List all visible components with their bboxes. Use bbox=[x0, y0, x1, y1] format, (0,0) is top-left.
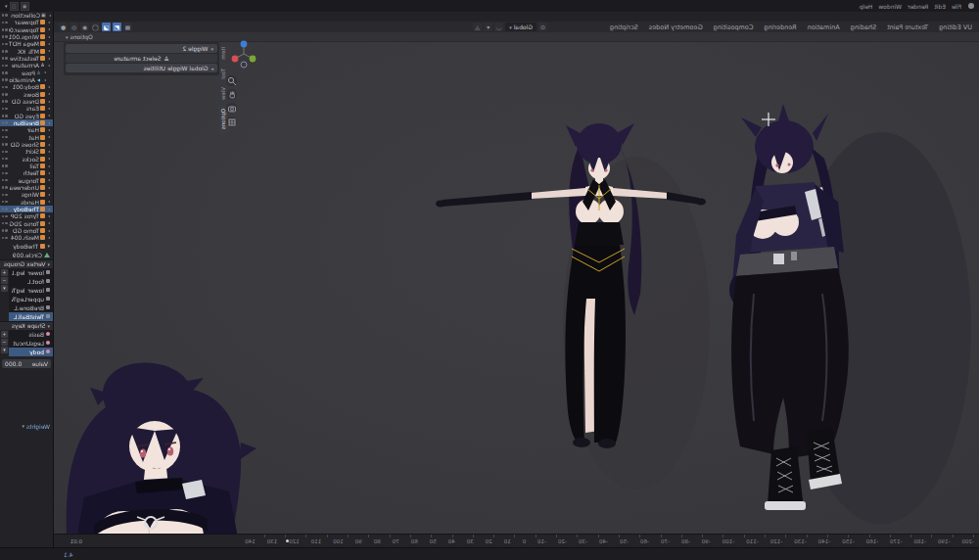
expander-icon[interactable]: ▸ bbox=[46, 236, 50, 240]
zoom-icon[interactable] bbox=[226, 75, 237, 86]
expander-icon[interactable]: ▸ bbox=[46, 114, 50, 117]
expander-icon[interactable]: ▸ bbox=[46, 164, 50, 168]
expander-icon[interactable]: ▸ bbox=[46, 150, 50, 154]
visibility-icons[interactable] bbox=[2, 65, 8, 68]
outliner-row[interactable]: ▸ Teeth bbox=[0, 169, 53, 176]
menu-item[interactable]: Window bbox=[875, 3, 905, 10]
outliner-row[interactable]: ▸ Tail bbox=[0, 163, 53, 169]
axis-x-handle[interactable] bbox=[232, 56, 239, 63]
visibility-icons[interactable] bbox=[2, 136, 8, 139]
menu-item[interactable]: Help bbox=[857, 3, 876, 10]
viewport-toggle-button[interactable]: ◎ bbox=[70, 23, 78, 31]
expander-icon[interactable]: ▸ bbox=[46, 128, 50, 132]
shape-key-value-slider[interactable]: Value 0.000 bbox=[2, 359, 51, 368]
visibility-icons[interactable] bbox=[2, 14, 8, 17]
vertex-group-item[interactable]: foot.L bbox=[9, 277, 53, 286]
outliner-row[interactable]: ▸ TheBody bbox=[0, 206, 53, 212]
menu-item[interactable]: Edit bbox=[931, 3, 949, 10]
outliner-row[interactable]: ▸ Armature bbox=[0, 62, 53, 69]
visibility-icons[interactable] bbox=[2, 71, 8, 74]
character-bust-clos eup[interactable] bbox=[67, 362, 256, 534]
visibility-icons[interactable] bbox=[2, 121, 8, 124]
visibility-icons[interactable] bbox=[2, 78, 8, 81]
expander-icon[interactable]: ▸ bbox=[42, 70, 46, 74]
shape-key-item[interactable]: LegsUncut bbox=[9, 339, 53, 348]
visibility-icons[interactable] bbox=[2, 186, 8, 189]
axis-y-handle[interactable] bbox=[250, 56, 256, 63]
visibility-icons[interactable] bbox=[2, 22, 8, 24]
expander-icon[interactable]: ▸ bbox=[46, 157, 50, 161]
outliner-row[interactable]: ▸ Wings.001 bbox=[0, 33, 53, 40]
outliner-row[interactable]: ▸ Mega HDT bbox=[0, 40, 53, 47]
expander-icon[interactable]: ▸ bbox=[46, 200, 50, 204]
visibility-icons[interactable] bbox=[2, 100, 8, 103]
outliner-row[interactable]: ▸ Shoes GD bbox=[0, 141, 53, 148]
vertex-group-item[interactable]: lower_legTwist bbox=[9, 286, 53, 295]
header-icon-button[interactable]: ◬ bbox=[473, 23, 482, 31]
viewport-toggle-button[interactable]: ◉ bbox=[80, 23, 89, 31]
remove-button[interactable]: − bbox=[1, 339, 8, 346]
outliner-row[interactable]: ▸ Hair bbox=[0, 126, 53, 133]
visibility-icons[interactable] bbox=[2, 172, 8, 175]
vertex-groups-header[interactable]: ▾ Vertex Groups bbox=[0, 259, 53, 268]
outliner-row[interactable]: ▸ Body.001 bbox=[0, 83, 53, 90]
menu-item[interactable]: Render bbox=[905, 3, 931, 10]
visibility-icons[interactable] bbox=[2, 129, 8, 132]
expander-icon[interactable]: ▸ bbox=[46, 85, 50, 89]
transform-orientation-dropdown[interactable]: Global ▾ bbox=[505, 23, 536, 31]
add-button[interactable]: + bbox=[1, 331, 8, 338]
axis-gizmo[interactable] bbox=[230, 38, 257, 71]
workspace-tab[interactable]: Scripting bbox=[608, 23, 640, 32]
expander-icon[interactable]: ▸ bbox=[46, 135, 50, 139]
vertex-group-item[interactable]: TwistBall.L bbox=[9, 312, 53, 321]
expander-icon[interactable]: ▸ bbox=[46, 27, 50, 31]
outliner-row[interactable]: ▸ Wings bbox=[0, 191, 53, 198]
outliner-row[interactable]: ▸ MTs_KK bbox=[0, 48, 53, 55]
expander-icon[interactable]: ▸ bbox=[46, 57, 50, 61]
visibility-icons[interactable] bbox=[2, 222, 8, 225]
expander-icon[interactable]: ▸ bbox=[46, 178, 50, 182]
expander-icon[interactable]: ▸ bbox=[46, 42, 50, 46]
viewport-toggle-button[interactable]: ◩ bbox=[113, 23, 121, 31]
shape-key-item[interactable]: Basis bbox=[9, 330, 53, 339]
options-dropdown[interactable]: Options ▾ bbox=[66, 33, 93, 40]
outliner-row[interactable]: ▸ Underwear bbox=[0, 184, 53, 191]
visibility-icons[interactable] bbox=[2, 93, 8, 96]
visibility-icons[interactable] bbox=[2, 115, 8, 117]
shape-key-item[interactable]: body bbox=[9, 348, 53, 356]
viewport-3d[interactable]: Options ▾ ItemToolViewOptions ▾ Wiggle 2… bbox=[54, 32, 979, 534]
visibility-icons[interactable] bbox=[2, 164, 8, 167]
shape-keys-header[interactable]: ▾ Shape Keys bbox=[0, 321, 53, 330]
visibility-icons[interactable] bbox=[2, 194, 8, 197]
specials-menu-button[interactable]: ▾ bbox=[1, 347, 8, 353]
expander-icon[interactable]: ▸ bbox=[46, 214, 50, 218]
outliner-row[interactable]: ▸ Hat bbox=[0, 134, 53, 141]
vertex-group-item[interactable]: BreBone.L bbox=[9, 303, 53, 312]
sidebar-tab[interactable]: Item bbox=[219, 44, 228, 63]
outliner-row[interactable]: ▸ Torso 2DG bbox=[0, 220, 53, 227]
workspace-tab[interactable]: Texture Paint bbox=[885, 23, 930, 32]
expander-icon[interactable]: ▸ bbox=[46, 143, 50, 147]
expander-icon[interactable]: ▸ bbox=[46, 121, 50, 125]
viewport-toggle-button[interactable]: ● bbox=[59, 23, 68, 31]
wiggle-panel-header[interactable]: ▾ Wiggle 2 bbox=[66, 44, 217, 53]
active-object-row[interactable]: ▾ TheBody bbox=[0, 242, 53, 251]
header-icon-button[interactable]: ◡ bbox=[494, 23, 503, 31]
visibility-icons[interactable] bbox=[2, 108, 8, 111]
outliner-row[interactable]: ▸ Topwear bbox=[0, 19, 53, 25]
outliner-row[interactable]: ▸ Eyes GD bbox=[0, 113, 53, 119]
expander-icon[interactable]: ▸ bbox=[46, 35, 50, 39]
expander-icon[interactable]: ▸ bbox=[46, 64, 50, 68]
viewport-toggle-button[interactable]: ◯ bbox=[91, 23, 100, 31]
remove-button[interactable]: − bbox=[1, 277, 8, 284]
outliner-row[interactable]: ▸ Tongue bbox=[0, 177, 53, 184]
menu-item[interactable]: File bbox=[949, 3, 964, 10]
visibility-icons[interactable] bbox=[2, 143, 8, 146]
app-logo-icon[interactable] bbox=[968, 3, 974, 9]
ortho-grid-icon[interactable] bbox=[226, 117, 237, 127]
outliner-row[interactable]: ▸ Hands bbox=[0, 199, 53, 206]
outliner-row[interactable]: ▸ Pose bbox=[0, 70, 53, 76]
visibility-icons[interactable] bbox=[2, 28, 8, 31]
visibility-icons[interactable] bbox=[2, 35, 8, 38]
playhead-marker[interactable] bbox=[286, 539, 289, 542]
